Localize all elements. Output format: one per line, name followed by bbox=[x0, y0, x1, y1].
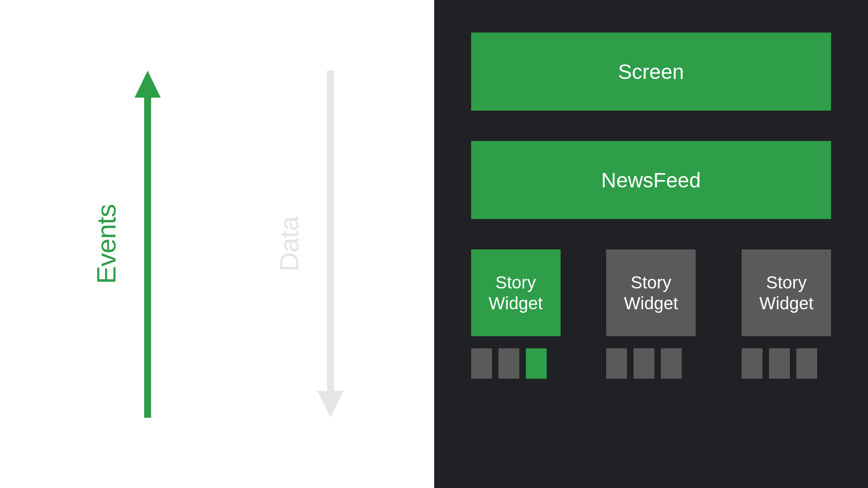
screen-label: Screen bbox=[618, 60, 684, 84]
data-arrow-group: Data bbox=[274, 71, 343, 418]
small-box bbox=[769, 348, 790, 379]
small-boxes bbox=[471, 348, 561, 379]
widget-col-1: Story Widget bbox=[606, 249, 696, 379]
svg-marker-1 bbox=[317, 71, 343, 418]
newsfeed-box: NewsFeed bbox=[471, 141, 832, 219]
small-box bbox=[471, 348, 492, 379]
story-widget-label: Story Widget bbox=[624, 272, 678, 314]
story-widget-label: Story Widget bbox=[488, 272, 543, 314]
story-widget-label: Story Widget bbox=[759, 272, 814, 314]
widget-col-2: Story Widget bbox=[742, 249, 831, 379]
screen-box: Screen bbox=[471, 33, 832, 111]
events-label: Events bbox=[91, 204, 122, 284]
story-widget: Story Widget bbox=[742, 249, 831, 336]
widget-row: Story Widget Story Widget Story Widget bbox=[471, 249, 832, 379]
small-boxes bbox=[742, 348, 831, 379]
arrow-down-icon bbox=[317, 71, 343, 418]
svg-marker-0 bbox=[135, 71, 161, 418]
story-widget: Story Widget bbox=[471, 249, 561, 336]
events-arrow-group: Events bbox=[91, 71, 161, 418]
newsfeed-label: NewsFeed bbox=[601, 168, 701, 192]
right-panel: Screen NewsFeed Story Widget Story Widge… bbox=[434, 0, 868, 488]
small-box bbox=[606, 348, 627, 379]
left-panel: Events Data bbox=[0, 0, 434, 488]
arrow-up-icon bbox=[135, 71, 161, 418]
small-box bbox=[742, 348, 762, 379]
small-boxes bbox=[606, 348, 696, 379]
story-widget: Story Widget bbox=[606, 249, 696, 336]
small-box bbox=[498, 348, 519, 379]
small-box bbox=[661, 348, 682, 379]
small-box bbox=[526, 348, 547, 379]
small-box bbox=[796, 348, 817, 379]
widget-col-0: Story Widget bbox=[471, 249, 561, 379]
data-label: Data bbox=[274, 216, 304, 272]
small-box bbox=[634, 348, 654, 379]
